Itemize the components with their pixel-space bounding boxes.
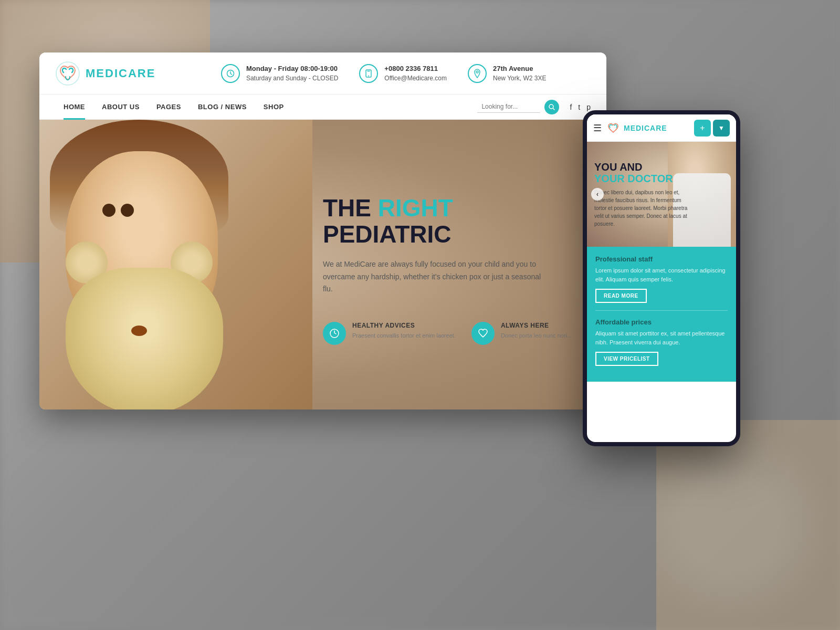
hours-text: Monday - Friday 08:00-19:00 Saturday and… bbox=[246, 64, 338, 83]
location-text: 27th Avenue New York, W2 3XE bbox=[493, 64, 546, 83]
hero-features: HEALTHY ADVICES Praesent convallis torto… bbox=[323, 322, 585, 345]
bg-decoration-right bbox=[656, 420, 840, 630]
mobile-hero-text: YOU AND YOUR DOCTOR Donec libero dui, da… bbox=[594, 161, 689, 228]
nav-item-home[interactable]: HOME bbox=[55, 94, 93, 120]
healthy-advices-icon bbox=[323, 322, 346, 345]
mobile-logo-text: MEDICARE bbox=[624, 124, 667, 132]
mobile-prev-arrow[interactable]: ‹ bbox=[591, 188, 604, 201]
mobile-pricelist-button[interactable]: VIEW PRICELIST bbox=[595, 352, 658, 366]
feature-healthy-text: HEALTHY ADVICES Praesent convallis torto… bbox=[352, 322, 456, 340]
mobile-header: ☰ MEDICARE + ▼ bbox=[587, 114, 736, 142]
mobile-hero-title-line2: YOUR DOCTOR bbox=[594, 173, 689, 184]
hero-subtitle: We at MediCare are always fully focused … bbox=[323, 258, 543, 296]
child-figure bbox=[39, 120, 312, 410]
info-item-location: 27th Avenue New York, W2 3XE bbox=[468, 64, 546, 83]
feature-always-here: ALWAYS HERE Donec porta leo nunc nori... bbox=[471, 322, 572, 345]
mobile-browser-window: ☰ MEDICARE + ▼ ‹ YOU AND YOUR DOCTOR bbox=[583, 110, 740, 446]
mobile-hero-title-line1: YOU AND bbox=[594, 161, 689, 173]
logo-area: MEDICARE bbox=[55, 61, 155, 86]
nav-item-shop[interactable]: SHOP bbox=[255, 94, 292, 120]
facebook-icon[interactable]: f bbox=[570, 103, 572, 111]
mobile-section-prices-title: Affordable prices bbox=[595, 318, 728, 326]
mobile-section-staff-title: Professional staff bbox=[595, 255, 728, 263]
hero-content: THE RIGHT PEDIATRIC We at MediCare are a… bbox=[312, 120, 606, 410]
nav-item-pages[interactable]: PAGES bbox=[148, 94, 190, 120]
mobile-section-divider bbox=[595, 310, 728, 311]
feature-healthy-advices: HEALTHY ADVICES Praesent convallis torto… bbox=[323, 322, 456, 345]
mobile-hero-title: YOU AND YOUR DOCTOR bbox=[594, 161, 689, 184]
phone-icon bbox=[359, 64, 378, 83]
nav-item-blog[interactable]: BLOG / NEWS bbox=[190, 94, 255, 120]
mobile-read-more-button[interactable]: READ MORE bbox=[595, 289, 647, 303]
info-item-hours: Monday - Friday 08:00-19:00 Saturday and… bbox=[221, 64, 338, 83]
nav-links: HOME ABOUT US PAGES BLOG / NEWS SHOP bbox=[55, 94, 477, 120]
info-item-phone: +0800 2336 7811 Office@Medicare.com bbox=[359, 64, 447, 83]
logo-text: MEDICARE bbox=[86, 67, 155, 80]
mobile-plus-button[interactable]: + bbox=[694, 120, 711, 136]
social-icons: f t p bbox=[570, 103, 591, 111]
mobile-hero-image: ‹ YOU AND YOUR DOCTOR Donec libero dui, … bbox=[587, 142, 736, 247]
svg-point-3 bbox=[368, 75, 369, 76]
svg-point-4 bbox=[476, 71, 478, 73]
nav-search bbox=[477, 100, 559, 114]
nav-item-about[interactable]: ABOUT US bbox=[93, 94, 148, 120]
mobile-dropdown-button[interactable]: ▼ bbox=[713, 120, 730, 136]
hero-title-line2: PEDIATRIC bbox=[323, 221, 585, 248]
always-here-icon bbox=[471, 322, 495, 345]
desktop-browser-window: MEDICARE Monday - Friday 08:00-19:00 Sat… bbox=[39, 52, 606, 410]
search-button[interactable] bbox=[544, 100, 559, 114]
hero-title: THE RIGHT PEDIATRIC bbox=[323, 195, 585, 248]
hero-title-line1: THE RIGHT bbox=[323, 195, 585, 222]
location-icon bbox=[468, 64, 487, 83]
twitter-icon[interactable]: t bbox=[578, 103, 580, 111]
svg-point-5 bbox=[549, 104, 553, 109]
mobile-hero-body: Donec libero dui, dapibus non leo et, mo… bbox=[594, 188, 689, 228]
search-input[interactable] bbox=[477, 101, 540, 113]
mobile-action-buttons: + ▼ bbox=[694, 120, 730, 136]
mobile-menu-icon[interactable]: ☰ bbox=[593, 122, 602, 134]
feature-always-text: ALWAYS HERE Donec porta leo nunc nori... bbox=[501, 322, 572, 340]
mobile-logo-icon bbox=[606, 121, 621, 135]
pinterest-icon[interactable]: p bbox=[586, 103, 591, 111]
mobile-section-staff-text: Lorem ipsum dolor sit amet, consectetur … bbox=[595, 266, 728, 284]
navbar: HOME ABOUT US PAGES BLOG / NEWS SHOP f t… bbox=[39, 94, 606, 120]
mobile-logo: MEDICARE bbox=[606, 121, 690, 135]
mobile-content-area: Professional staff Lorem ipsum dolor sit… bbox=[587, 247, 736, 382]
mobile-section-prices: Affordable prices Aliquam sit amet portt… bbox=[595, 318, 728, 366]
header-info: Monday - Friday 08:00-19:00 Saturday and… bbox=[176, 64, 591, 83]
phone-text: +0800 2336 7811 Office@Medicare.com bbox=[384, 64, 447, 83]
mobile-section-staff: Professional staff Lorem ipsum dolor sit… bbox=[595, 255, 728, 303]
mobile-section-prices-text: Aliquam sit amet porttitor ex, sit amet … bbox=[595, 329, 728, 346]
clock-icon bbox=[221, 64, 240, 83]
hero-section: THE RIGHT PEDIATRIC We at MediCare are a… bbox=[39, 120, 606, 410]
logo-icon bbox=[55, 61, 80, 86]
svg-point-0 bbox=[56, 62, 79, 85]
site-header: MEDICARE Monday - Friday 08:00-19:00 Sat… bbox=[39, 52, 606, 94]
